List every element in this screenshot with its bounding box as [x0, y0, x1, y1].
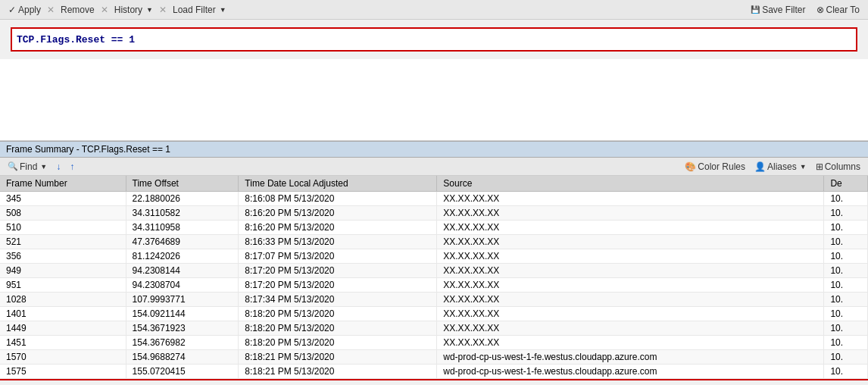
find-label: Find	[20, 161, 37, 172]
filter-toolbar: ✓ Apply ✕ Remove ✕ History ▼ ✕ Load Filt…	[0, 0, 868, 20]
cell-date: 8:17:20 PM 5/13/2020	[239, 264, 437, 278]
table-row[interactable]: 1451 154.3676982 8:18:20 PM 5/13/2020 XX…	[0, 336, 868, 350]
color-rules-icon: 🎨	[685, 161, 696, 172]
cell-dest: 10.	[824, 264, 868, 278]
cell-dest: 10.	[824, 379, 868, 381]
history-button[interactable]: History ▼	[111, 3, 157, 17]
cell-frame: 345	[0, 192, 126, 206]
cell-date: 8:18:21 PM 5/13/2020	[239, 379, 437, 381]
filter-toolbar-left: ✓ Apply ✕ Remove ✕ History ▼ ✕ Load Filt…	[5, 3, 230, 17]
cell-offset: 107.9993771	[126, 293, 239, 307]
clear-icon: ⊗	[816, 5, 824, 15]
table-row[interactable]: 1575 155.0720415 8:18:21 PM 5/13/2020 wd…	[0, 365, 868, 379]
cell-dest: 10.	[824, 350, 868, 365]
cell-frame: 510	[0, 221, 126, 235]
col-time-date: Time Date Local Adjusted	[239, 176, 437, 192]
table-row[interactable]: 1449 154.3671923 8:18:20 PM 5/13/2020 XX…	[0, 321, 868, 336]
cell-dest: 10.	[824, 221, 868, 235]
load-filter-label: Load Filter	[173, 5, 216, 15]
table-row[interactable]: 1401 154.0921144 8:18:20 PM 5/13/2020 XX…	[0, 307, 868, 321]
table-row[interactable]: 949 94.2308144 8:17:20 PM 5/13/2020 XX.X…	[0, 264, 868, 278]
cell-date: 8:17:20 PM 5/13/2020	[239, 278, 437, 293]
cell-dest: 10.	[824, 365, 868, 379]
cell-offset: 154.0921144	[126, 307, 239, 321]
aliases-dropdown-icon: ▼	[800, 163, 807, 171]
table-row[interactable]: 1570 154.9688274 8:18:21 PM 5/13/2020 wd…	[0, 350, 868, 365]
apply-icon: ✓	[8, 5, 16, 15]
cell-offset: 34.3110582	[126, 206, 239, 221]
cell-frame: 1451	[0, 336, 126, 350]
cell-offset: 154.9688274	[126, 350, 239, 365]
arrow-up-button[interactable]: ↑	[67, 161, 77, 173]
table-row[interactable]: 510 34.3110958 8:16:20 PM 5/13/2020 XX.X…	[0, 221, 868, 235]
cell-source: XX.XX.XX.XX	[437, 293, 824, 307]
cell-offset: 22.1880026	[126, 192, 239, 206]
apply-button[interactable]: ✓ Apply	[5, 3, 45, 17]
arrow-down-button[interactable]: ↓	[53, 161, 64, 173]
cell-source: XX.XX.XX.XX	[437, 307, 824, 321]
filter-value: TCP.Flags.Reset == 1	[17, 34, 135, 45]
aliases-icon: 👤	[754, 161, 766, 172]
col-source: Source	[437, 176, 824, 192]
cell-dest: 10.	[824, 336, 868, 350]
table-row[interactable]: 521 47.3764689 8:16:33 PM 5/13/2020 XX.X…	[0, 235, 868, 249]
save-filter-button[interactable]: 💾 Save Filter	[747, 3, 809, 17]
arrow-up-icon: ↑	[70, 161, 74, 172]
cell-frame: 949	[0, 264, 126, 278]
cell-offset: 94.2308144	[126, 264, 239, 278]
table-row[interactable]: 1580 155.1539054 8:18:21 PM 5/13/2020 wd…	[0, 379, 868, 381]
columns-icon: ⊞	[816, 161, 823, 172]
cell-frame: 1401	[0, 307, 126, 321]
table-header: Frame Number Time Offset Time Date Local…	[0, 176, 868, 192]
packet-table-container[interactable]: Frame Number Time Offset Time Date Local…	[0, 176, 868, 380]
cell-dest: 10.	[824, 293, 868, 307]
table-row[interactable]: 1028 107.9993771 8:17:34 PM 5/13/2020 XX…	[0, 293, 868, 307]
sep3: ✕	[159, 5, 167, 15]
cell-offset: 34.3110958	[126, 221, 239, 235]
cell-date: 8:18:21 PM 5/13/2020	[239, 350, 437, 365]
bottom-toolbar: 🔍 Find ▼ ↓ ↑ 🎨 Color Rules 👤 Aliases ▼ ⊞…	[0, 158, 868, 176]
cell-date: 8:18:20 PM 5/13/2020	[239, 307, 437, 321]
load-filter-dropdown-icon: ▼	[220, 6, 226, 14]
cell-offset: 155.1539054	[126, 379, 239, 381]
sep2: ✕	[101, 5, 108, 15]
arrow-down-icon: ↓	[56, 161, 61, 172]
cell-frame: 1449	[0, 321, 126, 336]
remove-button[interactable]: Remove	[57, 3, 98, 17]
middle-area	[0, 59, 868, 141]
find-dropdown-icon: ▼	[40, 163, 47, 171]
table-row[interactable]: 508 34.3110582 8:16:20 PM 5/13/2020 XX.X…	[0, 206, 868, 221]
cell-source: XX.XX.XX.XX	[437, 278, 824, 293]
history-label: History	[114, 5, 142, 15]
cell-source: XX.XX.XX.XX	[437, 192, 824, 206]
cell-offset: 81.1242026	[126, 249, 239, 264]
cell-source: XX.XX.XX.XX	[437, 336, 824, 350]
cell-date: 8:18:21 PM 5/13/2020	[239, 365, 437, 379]
cell-dest: 10.	[824, 278, 868, 293]
cell-date: 8:16:20 PM 5/13/2020	[239, 221, 437, 235]
cell-date: 8:17:34 PM 5/13/2020	[239, 293, 437, 307]
aliases-label: Aliases	[767, 161, 797, 172]
find-button[interactable]: 🔍 Find ▼	[5, 161, 50, 173]
remove-label: Remove	[61, 5, 95, 15]
bottom-toolbar-left: 🔍 Find ▼ ↓ ↑	[5, 161, 77, 173]
load-filter-button[interactable]: Load Filter ▼	[169, 3, 230, 17]
table-row[interactable]: 345 22.1880026 8:16:08 PM 5/13/2020 XX.X…	[0, 192, 868, 206]
color-rules-button[interactable]: 🎨 Color Rules	[682, 161, 748, 173]
aliases-button[interactable]: 👤 Aliases ▼	[751, 161, 810, 173]
cell-frame: 1028	[0, 293, 126, 307]
clear-button[interactable]: ⊗ Clear To	[813, 3, 863, 17]
table-row[interactable]: 356 81.1242026 8:17:07 PM 5/13/2020 XX.X…	[0, 249, 868, 264]
columns-button[interactable]: ⊞ Columns	[813, 161, 863, 173]
filter-input[interactable]: TCP.Flags.Reset == 1	[11, 27, 857, 52]
cell-date: 8:18:20 PM 5/13/2020	[239, 336, 437, 350]
apply-label: Apply	[18, 5, 41, 15]
cell-offset: 155.0720415	[126, 365, 239, 379]
cell-date: 8:16:33 PM 5/13/2020	[239, 235, 437, 249]
cell-source: wd-prod-cp-us-west-1-fe.westus.cloudapp.…	[437, 350, 824, 365]
table-row[interactable]: 951 94.2308704 8:17:20 PM 5/13/2020 XX.X…	[0, 278, 868, 293]
cell-frame: 1570	[0, 350, 126, 365]
cell-source: XX.XX.XX.XX	[437, 235, 824, 249]
bottom-toolbar-right: 🎨 Color Rules 👤 Aliases ▼ ⊞ Columns	[682, 161, 863, 173]
cell-offset: 154.3676982	[126, 336, 239, 350]
